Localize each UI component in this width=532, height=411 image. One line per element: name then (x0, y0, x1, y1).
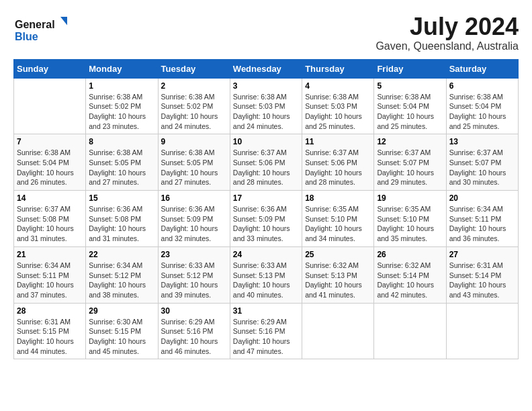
logo-svg: General Blue (13, 13, 67, 44)
day-number: 14 (17, 193, 83, 203)
calendar-cell: 13Sunrise: 6:37 AM Sunset: 5:07 PM Dayli… (446, 134, 518, 191)
day-info: Sunrise: 6:33 AM Sunset: 5:12 PM Dayligh… (161, 261, 227, 300)
calendar-cell: 20Sunrise: 6:34 AM Sunset: 5:11 PM Dayli… (446, 191, 518, 247)
day-info: Sunrise: 6:30 AM Sunset: 5:15 PM Dayligh… (89, 317, 154, 357)
day-info: Sunrise: 6:37 AM Sunset: 5:06 PM Dayligh… (233, 148, 299, 187)
day-number: 5 (377, 81, 443, 91)
calendar-cell: 17Sunrise: 6:36 AM Sunset: 5:09 PM Dayli… (230, 191, 302, 247)
day-number: 30 (161, 306, 227, 316)
location-title: Gaven, Queensland, Australia (375, 40, 519, 52)
calendar-cell (14, 78, 86, 134)
calendar-cell: 4Sunrise: 6:38 AM Sunset: 5:03 PM Daylig… (302, 78, 374, 134)
calendar-cell: 23Sunrise: 6:33 AM Sunset: 5:12 PM Dayli… (158, 246, 230, 303)
day-info: Sunrise: 6:38 AM Sunset: 5:03 PM Dayligh… (305, 92, 371, 132)
day-info: Sunrise: 6:38 AM Sunset: 5:02 PM Dayligh… (89, 92, 154, 132)
day-number: 1 (89, 81, 154, 91)
day-number: 2 (161, 81, 227, 91)
day-number: 7 (17, 137, 83, 146)
calendar-cell: 29Sunrise: 6:30 AM Sunset: 5:15 PM Dayli… (86, 303, 158, 359)
day-number: 9 (161, 137, 227, 146)
day-info: Sunrise: 6:32 AM Sunset: 5:14 PM Dayligh… (377, 261, 443, 300)
day-info: Sunrise: 6:38 AM Sunset: 5:04 PM Dayligh… (449, 92, 515, 132)
calendar-cell (302, 303, 374, 359)
day-number: 10 (233, 137, 299, 146)
calendar-cell: 2Sunrise: 6:38 AM Sunset: 5:02 PM Daylig… (158, 78, 230, 134)
day-number: 29 (89, 306, 154, 316)
day-info: Sunrise: 6:29 AM Sunset: 5:16 PM Dayligh… (161, 317, 227, 357)
calendar-cell: 9Sunrise: 6:38 AM Sunset: 5:05 PM Daylig… (158, 134, 230, 191)
day-number: 23 (161, 250, 227, 259)
day-info: Sunrise: 6:37 AM Sunset: 5:07 PM Dayligh… (449, 148, 515, 187)
calendar-cell: 5Sunrise: 6:38 AM Sunset: 5:04 PM Daylig… (374, 78, 446, 134)
calendar-cell: 16Sunrise: 6:36 AM Sunset: 5:09 PM Dayli… (158, 191, 230, 247)
day-of-week-header: Saturday (446, 59, 518, 78)
day-number: 17 (233, 193, 299, 203)
calendar-cell: 3Sunrise: 6:38 AM Sunset: 5:03 PM Daylig… (230, 78, 302, 134)
day-info: Sunrise: 6:31 AM Sunset: 5:15 PM Dayligh… (17, 317, 83, 357)
day-info: Sunrise: 6:29 AM Sunset: 5:16 PM Dayligh… (233, 317, 299, 357)
calendar-cell: 8Sunrise: 6:38 AM Sunset: 5:05 PM Daylig… (86, 134, 158, 191)
day-info: Sunrise: 6:38 AM Sunset: 5:04 PM Dayligh… (377, 92, 443, 132)
day-number: 3 (233, 81, 299, 91)
day-number: 26 (377, 250, 443, 259)
calendar-cell (446, 303, 518, 359)
svg-marker-2 (60, 17, 67, 27)
day-info: Sunrise: 6:34 AM Sunset: 5:11 PM Dayligh… (17, 261, 83, 300)
day-of-week-header: Monday (86, 59, 158, 78)
calendar-cell: 14Sunrise: 6:37 AM Sunset: 5:08 PM Dayli… (14, 191, 86, 247)
day-number: 16 (161, 193, 227, 203)
day-info: Sunrise: 6:38 AM Sunset: 5:05 PM Dayligh… (161, 148, 227, 187)
day-number: 27 (449, 250, 515, 259)
day-number: 24 (233, 250, 299, 259)
day-number: 18 (305, 193, 371, 203)
calendar-cell: 6Sunrise: 6:38 AM Sunset: 5:04 PM Daylig… (446, 78, 518, 134)
day-number: 19 (377, 193, 443, 203)
day-info: Sunrise: 6:36 AM Sunset: 5:09 PM Dayligh… (161, 204, 227, 244)
title-area: July 2024 Gaven, Queensland, Australia (375, 13, 519, 52)
day-info: Sunrise: 6:32 AM Sunset: 5:13 PM Dayligh… (305, 261, 371, 300)
day-number: 15 (89, 193, 154, 203)
day-of-week-header: Sunday (14, 59, 86, 78)
day-number: 20 (449, 193, 515, 203)
calendar-cell: 28Sunrise: 6:31 AM Sunset: 5:15 PM Dayli… (14, 303, 86, 359)
day-info: Sunrise: 6:38 AM Sunset: 5:05 PM Dayligh… (89, 148, 154, 187)
calendar-cell: 22Sunrise: 6:34 AM Sunset: 5:12 PM Dayli… (86, 246, 158, 303)
calendar-cell: 1Sunrise: 6:38 AM Sunset: 5:02 PM Daylig… (86, 78, 158, 134)
day-number: 31 (233, 306, 299, 316)
calendar-cell: 30Sunrise: 6:29 AM Sunset: 5:16 PM Dayli… (158, 303, 230, 359)
calendar-cell: 21Sunrise: 6:34 AM Sunset: 5:11 PM Dayli… (14, 246, 86, 303)
day-info: Sunrise: 6:38 AM Sunset: 5:03 PM Dayligh… (233, 92, 299, 132)
day-info: Sunrise: 6:37 AM Sunset: 5:06 PM Dayligh… (305, 148, 371, 187)
day-info: Sunrise: 6:38 AM Sunset: 5:04 PM Dayligh… (17, 148, 83, 187)
day-info: Sunrise: 6:31 AM Sunset: 5:14 PM Dayligh… (449, 261, 515, 300)
calendar-cell: 26Sunrise: 6:32 AM Sunset: 5:14 PM Dayli… (374, 246, 446, 303)
day-number: 25 (305, 250, 371, 259)
calendar: SundayMondayTuesdayWednesdayThursdayFrid… (13, 59, 519, 360)
calendar-cell: 12Sunrise: 6:37 AM Sunset: 5:07 PM Dayli… (374, 134, 446, 191)
calendar-cell (374, 303, 446, 359)
calendar-cell: 27Sunrise: 6:31 AM Sunset: 5:14 PM Dayli… (446, 246, 518, 303)
day-of-week-header: Friday (374, 59, 446, 78)
day-number: 28 (17, 306, 83, 316)
calendar-cell: 18Sunrise: 6:35 AM Sunset: 5:10 PM Dayli… (302, 191, 374, 247)
day-of-week-header: Tuesday (158, 59, 230, 78)
calendar-cell: 15Sunrise: 6:36 AM Sunset: 5:08 PM Dayli… (86, 191, 158, 247)
logo: General Blue (13, 13, 67, 44)
day-number: 8 (89, 137, 154, 146)
calendar-cell: 24Sunrise: 6:33 AM Sunset: 5:13 PM Dayli… (230, 246, 302, 303)
day-number: 22 (89, 250, 154, 259)
day-number: 12 (377, 137, 443, 146)
day-info: Sunrise: 6:35 AM Sunset: 5:10 PM Dayligh… (377, 204, 443, 244)
day-number: 6 (449, 81, 515, 91)
calendar-cell: 31Sunrise: 6:29 AM Sunset: 5:16 PM Dayli… (230, 303, 302, 359)
svg-text:General: General (15, 19, 55, 30)
svg-text:Blue: Blue (15, 31, 38, 42)
day-info: Sunrise: 6:37 AM Sunset: 5:08 PM Dayligh… (17, 204, 83, 244)
calendar-cell: 10Sunrise: 6:37 AM Sunset: 5:06 PM Dayli… (230, 134, 302, 191)
calendar-cell: 11Sunrise: 6:37 AM Sunset: 5:06 PM Dayli… (302, 134, 374, 191)
calendar-cell: 19Sunrise: 6:35 AM Sunset: 5:10 PM Dayli… (374, 191, 446, 247)
day-number: 4 (305, 81, 371, 91)
day-info: Sunrise: 6:35 AM Sunset: 5:10 PM Dayligh… (305, 204, 371, 244)
calendar-cell: 25Sunrise: 6:32 AM Sunset: 5:13 PM Dayli… (302, 246, 374, 303)
day-number: 11 (305, 137, 371, 146)
